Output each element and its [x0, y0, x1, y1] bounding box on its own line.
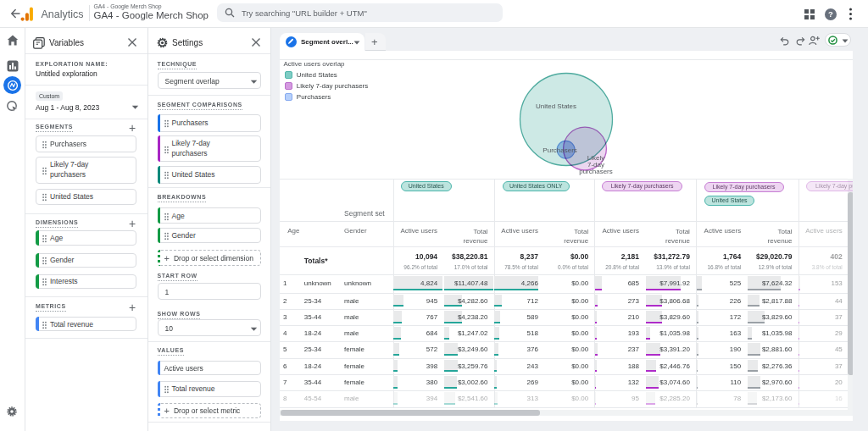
svg-text:purchasers: purchasers: [579, 168, 613, 175]
svg-text:United States: United States: [536, 102, 576, 110]
svg-text:Purchasers: Purchasers: [542, 146, 576, 154]
